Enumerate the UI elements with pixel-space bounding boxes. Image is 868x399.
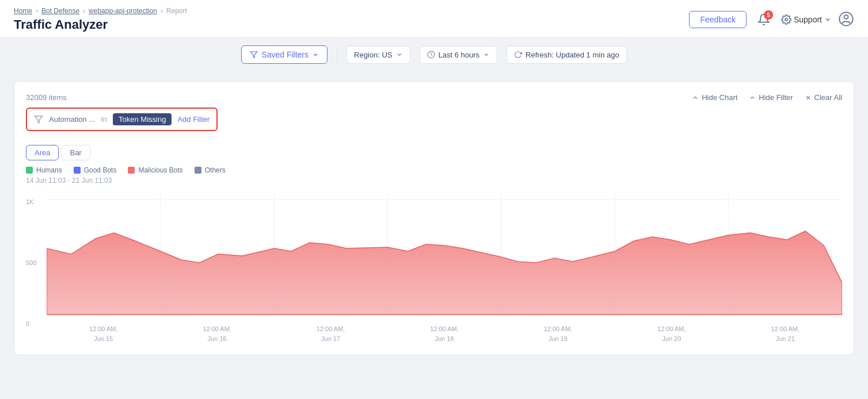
traffic-card: 32009 items Automation ... In Token Miss… [14,81,854,355]
chevron-down-icon [312,51,319,58]
breadcrumb-sep1: › [36,7,38,15]
good-bots-color [74,167,81,174]
hide-chart-label: Hide Chart [702,93,737,102]
x-axis: 12:00 AM,Jun 15 12:00 AM,Jun 16 12:00 AM… [47,322,842,343]
support-button[interactable]: Support [781,14,831,25]
x-label-jun21: 12:00 AM,Jun 21 [771,324,800,343]
refresh-icon [514,51,522,59]
breadcrumb-bot-defense[interactable]: Bot Defense [41,7,79,15]
y-label-0: 0 [26,320,42,327]
user-avatar-button[interactable] [838,11,854,29]
chart-svg [47,194,842,320]
region-label: Region: US [354,51,392,59]
svg-marker-3 [250,52,257,58]
saved-filters-button[interactable]: Saved Filters [241,45,328,64]
toolbar-separator [337,47,337,63]
svg-point-0 [785,18,788,21]
chart-area: 12:00 AM,Jun 15 12:00 AM,Jun 16 12:00 AM… [47,194,842,343]
x-label-jun18: 12:00 AM,Jun 18 [430,324,459,343]
tab-bar[interactable]: Bar [61,145,90,160]
add-filter-button[interactable]: Add Filter [177,115,210,124]
close-icon [805,94,812,101]
refresh-button[interactable]: Refresh: Updated 1 min ago [507,46,627,64]
saved-filters-label: Saved Filters [261,50,309,59]
gear-icon [781,14,791,25]
user-icon [838,11,854,27]
x-label-jun15: 12:00 AM,Jun 15 [89,324,118,343]
y-label-500: 500 [26,259,42,266]
chevron-up-icon [749,94,756,101]
filter-row: Automation ... In Token Missing Add Filt… [26,108,218,131]
filter-value: Token Missing [113,113,172,125]
items-count: 32009 items [26,93,218,102]
legend-good-bots: Good Bots [74,166,117,174]
clear-all-button[interactable]: Clear All [805,93,842,102]
date-range: 14 Jun 11:03 - 21 Jun 11:03 [26,177,842,185]
chart-wrapper: 1K 500 0 [26,194,842,343]
time-range-label: Last 6 hours [439,51,480,59]
breadcrumb-home[interactable]: Home [14,7,32,15]
filter-icon [250,51,258,59]
clear-all-label: Clear All [814,93,842,102]
breadcrumb-sep3: › [161,7,163,15]
card-actions: Hide Chart Hide Filter Clear All [692,93,842,102]
chart-tabs: Area Bar [26,145,842,160]
chevron-up-icon [692,94,699,101]
legend-good-bots-label: Good Bots [84,166,117,174]
time-range-button[interactable]: Last 6 hours [420,46,498,64]
chevron-down-icon [483,51,490,58]
breadcrumb-report: Report [166,7,187,15]
hide-filter-label: Hide Filter [759,93,793,102]
clock-icon [427,51,435,59]
y-label-1k: 1K [26,198,42,205]
filter-icon [34,115,43,124]
feedback-button[interactable]: Feedback [689,11,746,28]
card-top-left: 32009 items Automation ... In Token Miss… [26,93,218,138]
svg-point-2 [844,15,848,19]
x-label-jun20: 12:00 AM,Jun 20 [657,324,686,343]
breadcrumb-webapp[interactable]: webapp-api-protection [89,7,157,15]
legend-humans: Humans [26,166,62,174]
others-color [195,167,201,174]
main-content: 32009 items Automation ... In Token Miss… [0,72,868,365]
hide-chart-button[interactable]: Hide Chart [692,93,737,102]
filter-field: Automation ... [49,115,95,124]
chevron-down-icon [396,51,403,58]
x-label-jun16: 12:00 AM,Jun 16 [203,324,231,343]
legend-others-label: Others [205,166,226,174]
x-label-jun19: 12:00 AM,Jun 19 [544,324,573,343]
legend-humans-label: Humans [36,166,62,174]
notification-badge: 5 [764,10,773,20]
hide-filter-button[interactable]: Hide Filter [749,93,793,102]
y-axis: 1K 500 0 [26,194,47,343]
chart-legend: Humans Good Bots Malicious Bots Others [26,166,842,174]
legend-malicious-bots: Malicious Bots [128,166,182,174]
refresh-label: Refresh: Updated 1 min ago [526,51,619,59]
filter-operator: In [101,115,107,124]
area-path [47,231,842,314]
legend-malicious-bots-label: Malicious Bots [138,166,182,174]
support-label: Support [794,15,822,24]
notifications-button[interactable]: 5 [753,9,774,30]
svg-marker-5 [35,116,42,123]
humans-color [26,167,33,174]
header-actions: Feedback 5 Support [689,9,854,30]
breadcrumb-sep2: › [83,7,85,15]
x-label-jun17: 12:00 AM,Jun 17 [317,324,345,343]
legend-others: Others [195,166,226,174]
chevron-down-icon [824,16,831,23]
card-top: 32009 items Automation ... In Token Miss… [26,93,842,138]
toolbar: Saved Filters Region: US Last 6 hours Re… [0,37,868,72]
region-button[interactable]: Region: US [347,46,410,64]
tab-area[interactable]: Area [26,145,59,160]
malicious-bots-color [128,167,135,174]
